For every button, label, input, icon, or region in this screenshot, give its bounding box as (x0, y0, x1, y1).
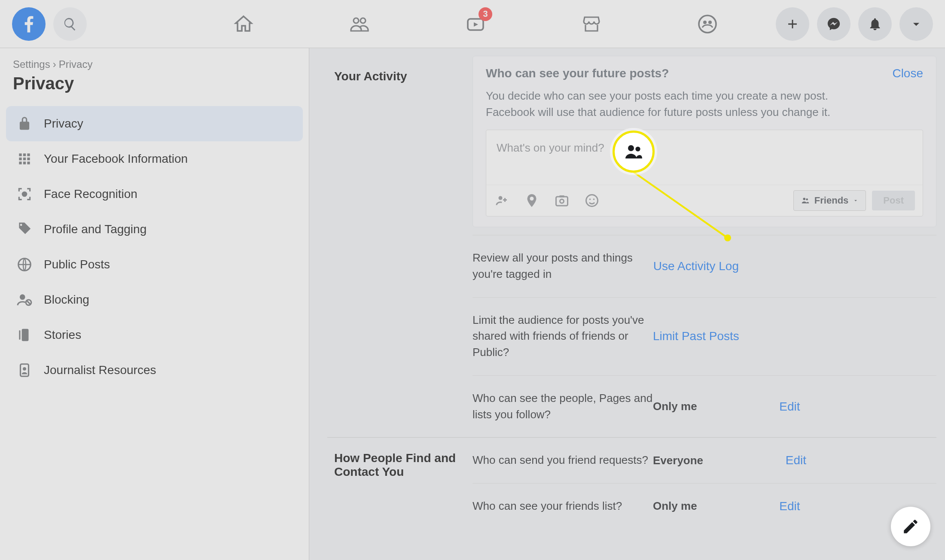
svg-rect-10 (19, 161, 21, 164)
setting-text: Who can see your friends list? (472, 498, 653, 514)
topnav-center: 3 (87, 5, 776, 43)
edit-link[interactable]: Edit (714, 400, 800, 414)
sidebar-item-label: Profile and Tagging (44, 222, 146, 236)
edit-link[interactable]: Edit (720, 453, 806, 467)
svg-rect-12 (27, 161, 30, 164)
svg-rect-6 (27, 153, 30, 156)
search-icon (63, 17, 77, 31)
svg-point-1 (699, 15, 716, 33)
svg-point-22 (560, 199, 564, 203)
setting-text: Review all your posts and things you're … (472, 250, 653, 282)
setting-value: Everyone (653, 454, 703, 467)
future-posts-card: Who can see your future posts? Close You… (472, 56, 936, 227)
settings-sidebar: Settings › Privacy Privacy Privacy Your … (0, 48, 309, 560)
svg-point-14 (20, 294, 25, 300)
search-button[interactable] (53, 7, 87, 41)
setting-row-activity-log: Review all your posts and things you're … (472, 235, 936, 297)
limit-past-posts-link[interactable]: Limit Past Posts (653, 329, 739, 343)
sidebar-item-label: Blocking (44, 293, 89, 307)
svg-rect-8 (23, 158, 26, 160)
svg-rect-11 (23, 161, 26, 164)
svg-rect-4 (19, 153, 21, 156)
use-activity-log-link[interactable]: Use Activity Log (653, 259, 739, 273)
svg-point-26 (593, 199, 595, 201)
face-scan-icon (15, 185, 34, 203)
main-content: Your Activity Who can see your future po… (309, 0, 945, 529)
sidebar-item-label: Your Facebook Information (44, 152, 188, 166)
setting-value: Only me (653, 499, 697, 513)
svg-point-24 (586, 195, 598, 207)
composer-icons (494, 193, 600, 208)
facebook-logo[interactable] (12, 7, 46, 41)
top-nav: 3 (0, 0, 945, 48)
chevron-down-icon (909, 17, 924, 31)
sidebar-item-label: Journalist Resources (44, 363, 156, 377)
nav-home[interactable] (224, 5, 263, 43)
svg-point-20 (499, 196, 503, 200)
groups-icon (697, 14, 718, 34)
messenger-button[interactable] (817, 7, 850, 41)
audience-selector[interactable]: Friends (793, 190, 866, 211)
setting-row-follow-visibility: Who can see the people, Pages and lists … (472, 375, 936, 437)
svg-point-3 (708, 21, 712, 24)
sidebar-item-your-info[interactable]: Your Facebook Information (6, 141, 303, 177)
svg-rect-21 (556, 197, 568, 206)
globe-icon (15, 256, 34, 274)
compose-icon (902, 517, 920, 536)
nav-watch[interactable]: 3 (456, 5, 495, 43)
sidebar-item-journalist[interactable]: Journalist Resources (6, 353, 303, 388)
setting-value: Only me (653, 400, 697, 413)
friends-icon (623, 141, 644, 162)
compose-fab[interactable] (891, 507, 930, 546)
tag-icon (15, 220, 34, 238)
svg-point-29 (628, 145, 634, 151)
svg-point-27 (803, 198, 805, 201)
home-icon (233, 14, 254, 34)
composer-preview: What's on your mind? Friends (486, 130, 923, 216)
notifications-button[interactable] (858, 7, 892, 41)
svg-point-2 (703, 21, 707, 24)
watch-badge: 3 (479, 7, 492, 21)
create-button[interactable] (776, 7, 809, 41)
account-menu-button[interactable] (899, 7, 933, 41)
sidebar-item-label: Face Recognition (44, 187, 137, 201)
feeling-icon (584, 193, 600, 208)
svg-point-30 (635, 146, 640, 151)
close-link[interactable]: Close (892, 67, 923, 80)
lock-icon (15, 115, 34, 133)
friends-icon (801, 196, 810, 205)
sidebar-item-privacy[interactable]: Privacy (6, 106, 303, 141)
nav-friends[interactable] (340, 5, 379, 43)
setting-row-friends-list: Who can see your friends list? Only me E… (472, 483, 936, 529)
nav-groups[interactable] (688, 5, 727, 43)
svg-rect-23 (559, 195, 564, 198)
topnav-left (0, 7, 87, 41)
sidebar-item-stories[interactable]: Stories (6, 317, 303, 353)
svg-point-28 (806, 198, 808, 201)
stories-icon (15, 326, 34, 344)
section-heading: How People Find and Contact You (327, 438, 472, 529)
setting-row-limit-past: Limit the audience for posts you've shar… (472, 297, 936, 375)
block-user-icon (15, 291, 34, 309)
section-find-contact: How People Find and Contact You Who can … (327, 438, 936, 529)
sidebar-item-label: Stories (44, 328, 81, 342)
sidebar-item-face-recognition[interactable]: Face Recognition (6, 177, 303, 212)
photo-icon (554, 193, 570, 208)
setting-text: Limit the audience for posts you've shar… (472, 312, 653, 361)
tag-people-icon (494, 193, 509, 208)
sidebar-item-profile-tagging[interactable]: Profile and Tagging (6, 212, 303, 247)
sidebar-item-public-posts[interactable]: Public Posts (6, 247, 303, 282)
section-your-activity: Your Activity Who can see your future po… (327, 56, 936, 438)
post-button[interactable]: Post (872, 191, 915, 210)
friends-icon (349, 14, 370, 34)
messenger-icon (826, 17, 841, 31)
section-heading: Your Activity (327, 56, 472, 437)
nav-marketplace[interactable] (572, 5, 611, 43)
plus-icon (785, 17, 800, 31)
svg-rect-9 (27, 158, 30, 160)
edit-link[interactable]: Edit (714, 499, 800, 513)
chevron-down-icon (853, 198, 859, 204)
breadcrumb-current: Privacy (59, 58, 93, 70)
breadcrumb-root[interactable]: Settings (13, 58, 50, 70)
sidebar-item-blocking[interactable]: Blocking (6, 282, 303, 317)
